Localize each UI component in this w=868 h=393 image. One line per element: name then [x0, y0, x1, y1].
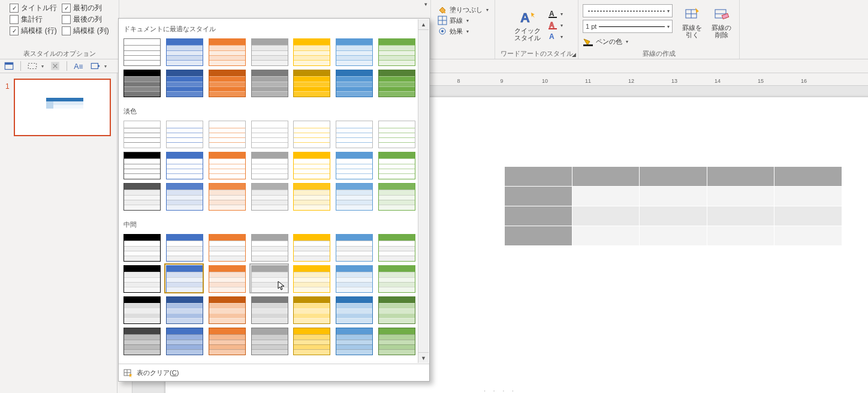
table-style-item[interactable]	[293, 296, 329, 323]
table-style-item[interactable]	[293, 234, 329, 260]
table-style-item[interactable]	[378, 121, 414, 147]
clear-table-button[interactable]: 表のクリア(C)	[119, 364, 429, 381]
table-style-item[interactable]	[123, 234, 159, 260]
table-style-item[interactable]	[166, 265, 202, 292]
table-style-item[interactable]	[293, 183, 329, 209]
resize-grip-icon[interactable]: · · · ·	[484, 388, 516, 393]
qat-icon-4[interactable]	[90, 61, 101, 71]
chk-banded-cols[interactable]: 縞模様 (列)	[59, 25, 111, 37]
table-style-item[interactable]	[166, 296, 202, 323]
table-style-item[interactable]	[336, 38, 372, 65]
chevron-down-icon[interactable]: ▾	[41, 64, 44, 69]
table-style-item[interactable]	[378, 234, 414, 260]
slide-thumbnail[interactable]: 1	[14, 79, 110, 136]
table-style-item[interactable]	[123, 70, 159, 96]
table-style-item[interactable]	[378, 152, 414, 178]
table-style-item[interactable]	[166, 38, 202, 65]
table-style-item[interactable]	[251, 152, 287, 178]
chk-last-col[interactable]: 最後の列	[59, 14, 111, 25]
chevron-down-icon[interactable]: ▾	[104, 64, 107, 69]
table-style-item[interactable]	[166, 328, 202, 354]
table-style-item[interactable]	[209, 265, 245, 292]
table-style-item[interactable]	[378, 38, 414, 65]
qat-close-icon[interactable]	[50, 61, 61, 71]
text-effects-button[interactable]: A ▾	[548, 32, 563, 41]
pen-color-button[interactable]: ペンの色 ▾	[583, 35, 673, 46]
chk-banded-rows[interactable]: ✓ 縞模様 (行)	[7, 25, 59, 37]
pen-weight-combo[interactable]: 1 pt ▾	[583, 20, 673, 33]
table-style-item[interactable]	[209, 70, 245, 96]
text-outline-button[interactable]: A ▾	[548, 20, 563, 30]
table-style-item[interactable]	[378, 296, 414, 323]
table-style-item[interactable]	[251, 70, 287, 96]
table-style-item[interactable]	[251, 183, 287, 209]
borders-button[interactable]: 罫線 ▾	[435, 16, 471, 25]
table-style-item[interactable]	[336, 152, 372, 178]
qat-icon-1[interactable]	[4, 61, 14, 71]
text-fill-button[interactable]: A ▾	[548, 9, 563, 19]
table-style-item[interactable]	[123, 328, 159, 354]
table-style-item[interactable]	[293, 38, 329, 65]
table-style-item[interactable]	[293, 70, 329, 96]
erase-table-button[interactable]: 罫線の 削除	[708, 5, 735, 40]
chk-first-col[interactable]: ✓ 最初の列	[59, 2, 111, 14]
table-style-item[interactable]	[209, 328, 245, 354]
table-style-item[interactable]	[293, 328, 329, 354]
table-style-item[interactable]	[336, 234, 372, 260]
table-style-item[interactable]	[209, 38, 245, 65]
table-style-item[interactable]	[209, 234, 245, 260]
table-style-item[interactable]	[251, 121, 287, 147]
table-style-item[interactable]	[166, 183, 202, 209]
pen-color-icon	[583, 38, 593, 46]
table-style-item[interactable]	[209, 121, 245, 147]
table-style-item[interactable]	[378, 183, 414, 209]
table-style-item[interactable]	[293, 121, 329, 147]
table-style-item[interactable]	[378, 70, 414, 96]
table-style-item[interactable]	[123, 152, 159, 178]
effects-button[interactable]: 効果 ▾	[435, 26, 471, 36]
table-style-item[interactable]	[251, 38, 287, 65]
table-style-item[interactable]	[336, 183, 372, 209]
table-style-item[interactable]	[209, 152, 245, 178]
scroll-down-button[interactable]: ▼	[418, 352, 429, 363]
table-style-item[interactable]	[209, 183, 245, 209]
table-style-item[interactable]	[336, 296, 372, 323]
pen-style-combo[interactable]: ▾	[583, 4, 673, 17]
table-style-item[interactable]	[251, 328, 287, 354]
ruler-tick: 12	[628, 78, 634, 84]
table-style-item[interactable]	[123, 121, 159, 147]
quick-styles-button[interactable]: A クイック スタイル	[511, 8, 544, 43]
chk-total-row[interactable]: 集計行	[7, 14, 59, 25]
ruler-tick: 16	[801, 78, 807, 84]
table-style-item[interactable]	[336, 328, 372, 354]
table-style-item[interactable]	[336, 70, 372, 96]
table-style-item[interactable]	[293, 152, 329, 178]
slide-table[interactable]	[504, 166, 842, 246]
qat-icon-3[interactable]: A≡	[73, 61, 84, 71]
qat-icon-2[interactable]	[27, 61, 38, 71]
scroll-up-button[interactable]: ▲	[418, 19, 429, 30]
table-style-item[interactable]	[166, 121, 202, 147]
dialog-launcher-icon[interactable]: ◢	[572, 52, 576, 58]
table-style-item[interactable]	[166, 70, 202, 96]
table-style-item[interactable]	[251, 234, 287, 260]
table-style-item[interactable]	[123, 183, 159, 209]
table-style-item[interactable]	[336, 265, 372, 292]
table-style-item[interactable]	[123, 296, 159, 323]
table-style-item[interactable]	[123, 38, 159, 65]
table-style-item[interactable]	[336, 121, 372, 147]
fill-button[interactable]: 塗りつぶし ▾	[435, 5, 491, 14]
draw-table-button[interactable]: 罫線を 引く	[679, 5, 706, 40]
table-style-item[interactable]	[123, 265, 159, 292]
table-style-item[interactable]	[251, 296, 287, 323]
gallery-scrollbar[interactable]: ▲ ▼	[418, 19, 429, 363]
chk-title-row[interactable]: ✓ タイトル行	[7, 2, 59, 14]
table-style-item[interactable]	[378, 265, 414, 292]
svg-text:A: A	[520, 10, 530, 25]
table-style-item[interactable]	[166, 152, 202, 178]
table-style-item[interactable]	[251, 265, 287, 292]
table-style-item[interactable]	[166, 234, 202, 260]
table-style-item[interactable]	[209, 296, 245, 323]
table-style-item[interactable]	[293, 265, 329, 292]
table-style-item[interactable]	[378, 328, 414, 354]
